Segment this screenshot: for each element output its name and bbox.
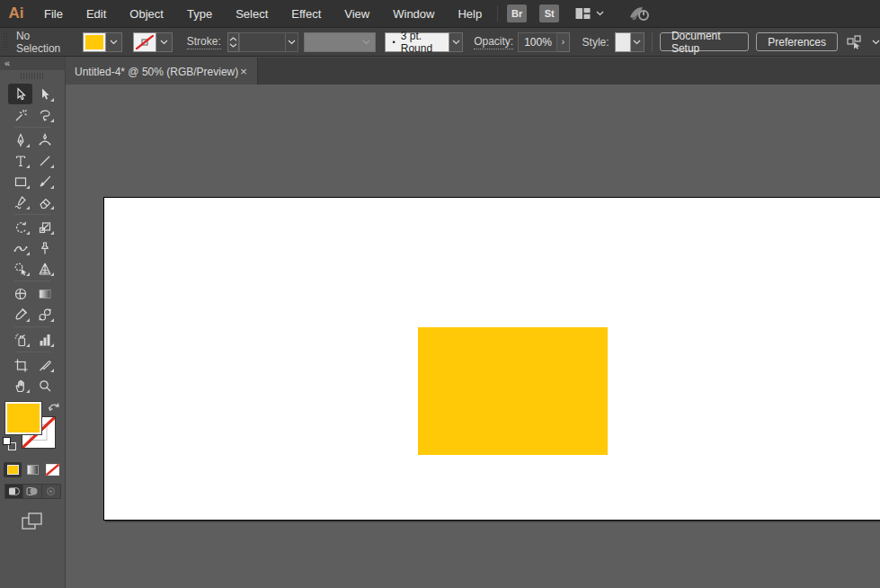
stock-button[interactable]: St bbox=[539, 4, 559, 22]
menu-window[interactable]: Window bbox=[381, 0, 446, 28]
tools-panel-grip[interactable] bbox=[0, 70, 65, 81]
select-similar-icon bbox=[847, 35, 867, 49]
tool-paintbrush[interactable] bbox=[32, 171, 57, 192]
chevron-down-icon bbox=[872, 40, 880, 45]
lasso-tool-icon bbox=[38, 108, 52, 122]
bridge-button[interactable]: Br bbox=[507, 4, 527, 22]
tool-mesh[interactable] bbox=[8, 283, 32, 304]
stroke-label[interactable]: Stroke: bbox=[187, 35, 221, 49]
tool-artboard[interactable] bbox=[8, 354, 32, 375]
fill-color-swatch[interactable] bbox=[83, 32, 106, 52]
style-swatch[interactable] bbox=[615, 32, 631, 52]
fill-color-dropdown[interactable] bbox=[106, 32, 122, 52]
menu-view[interactable]: View bbox=[333, 0, 381, 28]
curvature-tool-icon bbox=[38, 133, 52, 147]
draw-inside-button[interactable] bbox=[42, 484, 61, 499]
tool-symbol-sprayer[interactable] bbox=[8, 329, 32, 350]
tool-magic-wand[interactable] bbox=[8, 104, 32, 125]
swap-arrows-icon bbox=[48, 401, 60, 413]
tool-direct-selection[interactable] bbox=[32, 84, 57, 104]
tool-curvature[interactable] bbox=[32, 129, 57, 150]
workspace-switcher-icon bbox=[575, 7, 591, 20]
default-fill-stroke-button[interactable] bbox=[3, 437, 17, 451]
opacity-label[interactable]: Opacity: bbox=[474, 35, 513, 49]
opacity-field[interactable]: 100% bbox=[518, 32, 557, 52]
tool-eyedropper[interactable] bbox=[8, 304, 32, 325]
fill-indicator[interactable] bbox=[5, 402, 41, 434]
change-screen-mode-button[interactable] bbox=[21, 512, 44, 531]
tool-column-graph[interactable] bbox=[32, 329, 57, 350]
rotate-tool-icon bbox=[13, 220, 28, 235]
yellow-rectangle-object[interactable] bbox=[418, 327, 608, 455]
stroke-width-dropdown[interactable] bbox=[286, 32, 299, 52]
tool-perspective-grid[interactable] bbox=[32, 258, 57, 279]
none-button[interactable] bbox=[43, 462, 61, 477]
canvas-area[interactable] bbox=[66, 85, 880, 588]
gradient-button-icon bbox=[27, 465, 39, 475]
tool-blend[interactable] bbox=[32, 304, 57, 325]
tool-type[interactable] bbox=[8, 150, 32, 171]
tool-hand[interactable] bbox=[8, 375, 32, 396]
tool-shaper[interactable] bbox=[8, 192, 32, 212]
opacity-arrow-button[interactable]: › bbox=[557, 32, 569, 52]
tool-gradient[interactable] bbox=[32, 283, 57, 304]
collapse-panel-button[interactable]: « bbox=[4, 58, 10, 68]
tool-zoom[interactable] bbox=[32, 375, 57, 396]
tool-scale[interactable] bbox=[32, 217, 57, 237]
width-tool-icon bbox=[13, 241, 28, 255]
fill-color-value bbox=[85, 35, 103, 49]
draw-behind-button[interactable] bbox=[23, 484, 42, 499]
chevron-down-icon bbox=[288, 40, 296, 45]
tool-shape-builder[interactable] bbox=[8, 258, 32, 279]
select-similar-group[interactable] bbox=[847, 35, 880, 49]
brush-preview-dot: • bbox=[393, 38, 396, 47]
style-dropdown[interactable] bbox=[631, 32, 644, 52]
scale-tool-icon bbox=[38, 220, 52, 235]
menu-effect[interactable]: Effect bbox=[280, 0, 333, 28]
brush-definition-field[interactable]: • 3 pt. Round bbox=[385, 32, 450, 52]
workspace-switcher[interactable] bbox=[575, 7, 604, 20]
chevron-down-icon bbox=[633, 40, 641, 45]
tool-line-segment[interactable] bbox=[32, 150, 57, 171]
tool-width[interactable] bbox=[8, 237, 32, 258]
color-button[interactable] bbox=[4, 462, 22, 477]
menu-object[interactable]: Object bbox=[118, 0, 175, 28]
preferences-button[interactable]: Preferences bbox=[756, 32, 838, 51]
menu-file[interactable]: File bbox=[32, 0, 75, 28]
stroke-width-stepper[interactable] bbox=[227, 32, 239, 52]
tool-puppet-warp[interactable] bbox=[32, 237, 57, 258]
tool-pen[interactable] bbox=[8, 129, 32, 150]
pen-tool-icon bbox=[13, 133, 28, 147]
selection-tool-icon bbox=[13, 87, 28, 102]
menu-help[interactable]: Help bbox=[446, 0, 493, 28]
stroke-color-swatch[interactable] bbox=[133, 32, 156, 52]
draw-normal-button[interactable] bbox=[4, 484, 23, 499]
stroke-width-field[interactable] bbox=[239, 32, 285, 52]
zoom-tool-icon bbox=[38, 379, 52, 393]
tool-slice[interactable] bbox=[32, 354, 57, 375]
swap-fill-stroke-button[interactable] bbox=[48, 401, 60, 413]
menu-type[interactable]: Type bbox=[175, 0, 224, 28]
chevron-down-icon bbox=[110, 40, 118, 45]
panel-grip[interactable] bbox=[3, 32, 7, 52]
tool-eraser[interactable] bbox=[32, 192, 57, 212]
brush-definition-dropdown[interactable] bbox=[449, 32, 463, 52]
tool-rotate[interactable] bbox=[8, 217, 32, 237]
tool-rectangle[interactable] bbox=[8, 171, 32, 192]
tool-lasso[interactable] bbox=[32, 104, 57, 125]
document-tab[interactable]: Untitled-4* @ 50% (RGB/Preview) × bbox=[66, 58, 258, 85]
blend-tool-icon bbox=[38, 307, 52, 322]
stroke-color-dropdown[interactable] bbox=[156, 32, 173, 52]
tool-selection[interactable] bbox=[8, 84, 32, 104]
tab-close-icon[interactable]: × bbox=[238, 65, 249, 78]
paint-type-buttons bbox=[0, 462, 65, 477]
tools-panel: « bbox=[0, 57, 66, 588]
document-setup-button[interactable]: Document Setup bbox=[660, 32, 749, 51]
artboard[interactable] bbox=[103, 197, 880, 521]
style-label[interactable]: Style: bbox=[582, 36, 609, 49]
gpu-performance-button[interactable] bbox=[627, 4, 651, 22]
menu-select[interactable]: Select bbox=[224, 0, 280, 28]
menu-edit[interactable]: Edit bbox=[75, 0, 118, 28]
gradient-button[interactable] bbox=[23, 462, 41, 477]
variable-width-profile-dropdown[interactable] bbox=[304, 32, 375, 52]
